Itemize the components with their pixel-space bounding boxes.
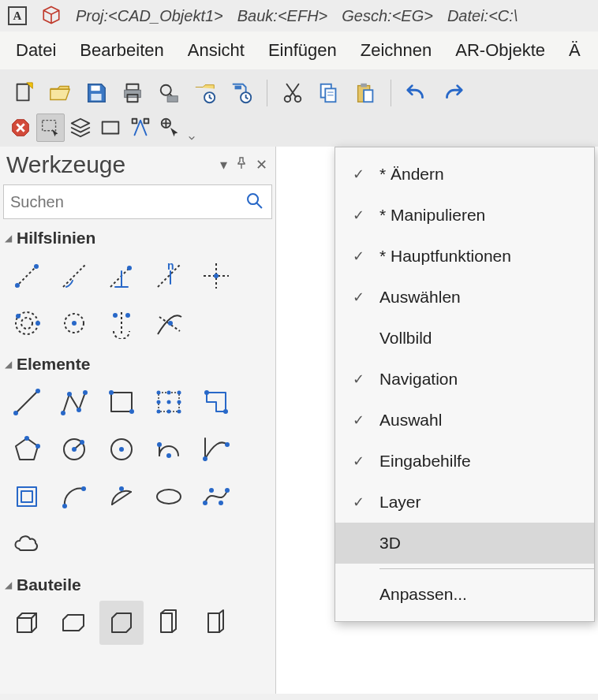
svg-rect-0 bbox=[17, 84, 29, 101]
tool-circle-center[interactable] bbox=[99, 427, 144, 471]
panel-pin-icon[interactable] bbox=[235, 157, 248, 173]
copy-button[interactable] bbox=[312, 76, 346, 110]
ctx-item-anpassen[interactable]: Anpassen... bbox=[335, 574, 594, 615]
ctx-item-eingabehilfe[interactable]: ✓Eingabehilfe bbox=[335, 441, 594, 482]
ctx-item-vollbild[interactable]: Vollbild bbox=[335, 318, 594, 359]
save-version-button[interactable] bbox=[224, 76, 259, 110]
ctx-item-navigation[interactable]: ✓Navigation bbox=[335, 359, 594, 400]
search-field[interactable] bbox=[3, 184, 272, 219]
svg-point-47 bbox=[214, 274, 219, 278]
search-icon[interactable] bbox=[245, 191, 265, 214]
save-button[interactable] bbox=[79, 76, 114, 110]
tool-circle-edge[interactable] bbox=[52, 427, 96, 471]
tool-guide-cross[interactable] bbox=[194, 254, 238, 298]
tool-component-d[interactable] bbox=[147, 601, 191, 645]
tool-component-a[interactable] bbox=[5, 601, 49, 645]
tool-l-shape[interactable] bbox=[194, 380, 238, 424]
tool-polygon[interactable] bbox=[5, 427, 49, 471]
panel-close-icon[interactable]: ✕ bbox=[256, 156, 267, 173]
svg-point-89 bbox=[119, 447, 124, 452]
tool-component-c[interactable] bbox=[99, 601, 144, 645]
drawing-canvas[interactable]: ✓* Ändern ✓* Manipulieren ✓* Hauptfunkti… bbox=[276, 147, 598, 694]
ctx-item-manipulieren[interactable]: ✓* Manipulieren bbox=[335, 195, 594, 236]
stop-button[interactable] bbox=[6, 114, 35, 142]
svg-point-35 bbox=[15, 283, 20, 288]
tool-component-b[interactable] bbox=[52, 601, 96, 645]
menu-draw[interactable]: Zeichnen bbox=[361, 40, 432, 61]
paste-button[interactable] bbox=[348, 76, 383, 110]
undo-button[interactable] bbox=[399, 76, 434, 110]
tool-ellipse[interactable] bbox=[147, 475, 191, 519]
check-icon: ✓ bbox=[349, 411, 367, 429]
menu-edit[interactable]: Bearbeiten bbox=[80, 40, 163, 61]
svg-point-101 bbox=[119, 486, 124, 491]
ctx-separator bbox=[379, 568, 594, 569]
rectangle-view-button[interactable] bbox=[96, 114, 125, 142]
menu-file[interactable]: Datei bbox=[16, 40, 56, 61]
measure-angle-button[interactable] bbox=[126, 114, 155, 142]
svg-point-80 bbox=[223, 409, 228, 414]
tool-guide-divider[interactable] bbox=[99, 301, 144, 345]
category-elements-header[interactable]: ◢ Elemente bbox=[0, 353, 275, 375]
print-button[interactable] bbox=[115, 76, 150, 110]
area-select-button[interactable] bbox=[36, 114, 65, 142]
svg-point-32 bbox=[248, 194, 258, 204]
tool-guide-numbered[interactable]: n bbox=[147, 254, 191, 298]
tool-guide-angle[interactable] bbox=[52, 254, 96, 298]
svg-point-63 bbox=[67, 392, 72, 397]
ctx-item-aendern[interactable]: ✓* Ändern bbox=[335, 154, 594, 195]
svg-rect-28 bbox=[144, 119, 149, 124]
redo-button[interactable] bbox=[435, 76, 470, 110]
tool-line[interactable] bbox=[5, 380, 49, 424]
tool-cloud[interactable] bbox=[5, 522, 49, 566]
svg-line-38 bbox=[110, 268, 129, 287]
menu-ar-objects[interactable]: AR-Objekte bbox=[455, 40, 545, 61]
new-file-button[interactable] bbox=[6, 76, 41, 110]
collapse-icon: ◢ bbox=[5, 233, 12, 244]
tool-rectangle[interactable] bbox=[99, 380, 144, 424]
tool-spline[interactable] bbox=[194, 475, 238, 519]
menu-overflow[interactable]: Ä bbox=[569, 40, 581, 61]
search-input[interactable] bbox=[10, 193, 245, 211]
ctx-item-auswahl[interactable]: ✓Auswahl bbox=[335, 400, 594, 441]
open-recent-button[interactable] bbox=[188, 76, 222, 110]
ctx-label: 3D bbox=[379, 534, 401, 553]
menu-insert[interactable]: Einfügen bbox=[268, 40, 337, 61]
tool-component-e[interactable] bbox=[194, 601, 238, 645]
ctx-item-layer[interactable]: ✓Layer bbox=[335, 482, 594, 523]
ctx-item-3d[interactable]: 3D bbox=[335, 523, 594, 564]
menu-view[interactable]: Ansicht bbox=[188, 40, 245, 61]
tool-parallel-lines[interactable] bbox=[5, 475, 49, 519]
tool-polyline[interactable] bbox=[52, 380, 96, 424]
tool-guide-tangent[interactable] bbox=[147, 301, 191, 345]
ctx-label: Auswählen bbox=[379, 288, 461, 307]
open-file-button[interactable] bbox=[43, 76, 77, 110]
svg-line-59 bbox=[16, 391, 38, 413]
tool-arc[interactable] bbox=[52, 475, 96, 519]
layers-button[interactable] bbox=[66, 114, 95, 142]
svg-point-98 bbox=[62, 504, 67, 508]
svg-point-73 bbox=[157, 400, 161, 404]
toolbar-context-menu: ✓* Ändern ✓* Manipulieren ✓* Hauptfunkti… bbox=[335, 147, 595, 622]
tool-guide-line[interactable] bbox=[5, 254, 49, 298]
svg-point-95 bbox=[225, 442, 230, 447]
tool-guide-perp[interactable] bbox=[99, 254, 144, 298]
print-preview-button[interactable] bbox=[151, 76, 186, 110]
tool-semicircle[interactable] bbox=[147, 427, 191, 471]
tool-guide-circle-double[interactable] bbox=[5, 301, 49, 345]
category-components-header[interactable]: ◢ Bauteile bbox=[0, 574, 275, 596]
toolbar-overflow-button[interactable] bbox=[186, 114, 197, 142]
ctx-item-auswaehlen[interactable]: ✓Auswählen bbox=[335, 277, 594, 318]
svg-rect-25 bbox=[43, 121, 56, 131]
panel-dropdown-icon[interactable]: ▾ bbox=[220, 156, 227, 173]
tool-arc-segment[interactable] bbox=[99, 475, 144, 519]
svg-point-74 bbox=[167, 400, 171, 404]
ctx-item-hauptfunktionen[interactable]: ✓* Hauptfunktionen bbox=[335, 236, 594, 277]
svg-point-56 bbox=[125, 313, 130, 318]
cut-button[interactable] bbox=[275, 76, 310, 110]
tool-arc-tangent[interactable] bbox=[194, 427, 238, 471]
tool-rect-grid[interactable] bbox=[147, 380, 191, 424]
category-guides-header[interactable]: ◢ Hilfslinien bbox=[0, 227, 275, 249]
calibrate-cursor-button[interactable] bbox=[156, 114, 185, 142]
tool-guide-circle[interactable] bbox=[52, 301, 96, 345]
